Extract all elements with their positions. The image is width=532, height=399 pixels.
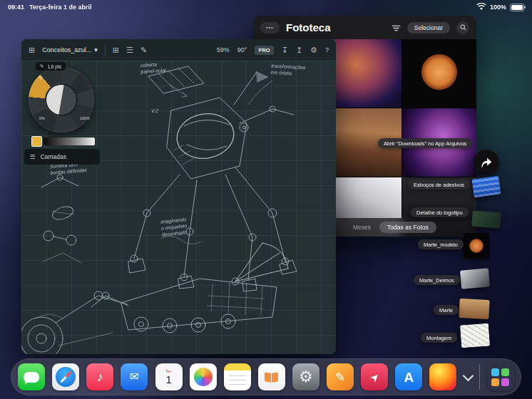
opacity-max: 100%	[80, 116, 90, 120]
rocket-icon: ➤	[367, 370, 382, 384]
drag-item-label: Marte	[434, 305, 459, 315]
settings-gear-icon: ⚙	[299, 369, 313, 385]
dock-drawing-app[interactable]: ✎	[327, 363, 354, 390]
dock-settings[interactable]: ⚙	[292, 363, 319, 390]
books-icon	[265, 372, 271, 382]
notes-icon	[229, 375, 246, 385]
handwritten-note: V.2	[151, 108, 158, 114]
chevron-down-icon[interactable]	[462, 370, 474, 381]
pencil-icon: ✎	[40, 63, 44, 69]
photo-thumbnail[interactable]	[328, 39, 402, 108]
dock-music[interactable]: ♪	[86, 363, 113, 390]
select-button[interactable]: Selecionar	[407, 22, 450, 33]
gallery-grid-icon[interactable]: ⊞	[29, 46, 35, 54]
date: Terça-feira 1 de abril	[29, 4, 91, 11]
battery-percent: 100%	[490, 4, 506, 11]
dock-firefox[interactable]	[429, 363, 456, 390]
photo-thumbnail[interactable]	[402, 39, 476, 108]
tab-months[interactable]: Meses	[353, 224, 371, 231]
menu-icon[interactable]: ☰	[126, 46, 133, 54]
search-icon	[460, 24, 466, 31]
app-library-icon	[491, 368, 509, 386]
pro-badge[interactable]: PRO	[255, 46, 273, 55]
dock-app-library[interactable]	[487, 363, 514, 390]
settings-gear-icon[interactable]: ⚙	[310, 46, 317, 54]
share-button[interactable]	[474, 150, 499, 175]
calendar-day: 1	[165, 374, 171, 385]
status-bar: 09:41 Terça-feira 1 de abril 100%	[0, 0, 532, 14]
import-icon[interactable]: ↧	[282, 46, 288, 54]
drag-item-label: Marte_modelo	[418, 239, 464, 249]
opacity-min: 0%	[39, 116, 45, 120]
caret-down-icon: ▾	[94, 46, 98, 53]
rotation-value[interactable]: 90°	[237, 46, 247, 53]
tool-wheel[interactable]: ✎ 0% 100%	[29, 67, 94, 133]
document-title-button[interactable]: Conceitos_azul... ▾	[42, 46, 98, 53]
drag-item-label: Detalhe do logotipo	[411, 207, 469, 217]
messages-bubble-icon	[24, 372, 39, 383]
help-button[interactable]: ?	[325, 46, 329, 53]
handwritten-note: imaginando o esqueleto desenhado	[160, 216, 188, 238]
snap-grid-icon[interactable]: ⊞	[113, 46, 119, 54]
drag-item-thumbnail-stickers[interactable]	[471, 175, 501, 197]
brush-size-hud[interactable]: ✎ 1,6 pts	[36, 62, 66, 71]
handwritten-note: transformações em órbita	[271, 63, 306, 78]
safari-compass-icon	[56, 367, 76, 387]
drag-item-thumbnail-mars-model[interactable]	[464, 233, 489, 259]
tab-all-photos[interactable]: Todas as Fotos	[379, 222, 436, 233]
dock-app-store[interactable]: A	[395, 363, 422, 390]
drawing-canvas[interactable]: coberta painel-solar transformações em ó…	[21, 61, 336, 354]
toolbar-divider	[105, 45, 106, 56]
share-arrow-icon	[480, 157, 493, 168]
dock-notes[interactable]	[224, 363, 251, 390]
dock: ♪ ✉ Ter. 1 ⚙ ✎ ➤ A	[11, 358, 521, 395]
battery-icon	[510, 4, 524, 11]
dock-messages[interactable]	[18, 363, 45, 390]
pen-tool-icon: ✎	[39, 76, 43, 81]
dock-calendar[interactable]: Ter. 1	[155, 363, 183, 390]
dock-photos[interactable]	[190, 363, 217, 390]
window-more-button[interactable]: •••	[260, 22, 280, 33]
drag-item-thumbnail-montage[interactable]	[460, 323, 490, 348]
dock-divider	[479, 364, 480, 390]
photos-titlebar: ••• Fototeca Selecionar	[253, 16, 476, 39]
screen: 09:41 Terça-feira 1 de abril 100% ••• Fo…	[0, 0, 532, 399]
wifi-icon	[476, 3, 486, 12]
drag-hint-label: Abrir “Downloads” no App Arquivos	[378, 138, 472, 148]
color-bar[interactable]	[31, 136, 95, 147]
grayscale-ramp[interactable]	[44, 138, 95, 145]
drag-item-thumbnail-mars[interactable]	[459, 299, 489, 319]
dock-books[interactable]	[258, 363, 285, 390]
photos-title: Fototeca	[286, 21, 331, 33]
dock-safari[interactable]	[52, 363, 79, 390]
photos-pinwheel-icon	[194, 368, 213, 386]
handwritten-note: coberta painel-solar	[140, 61, 166, 76]
music-note-icon: ♪	[97, 370, 103, 383]
drag-item-label: Esboços de adesivos	[408, 180, 470, 190]
brush-icon[interactable]: ✎	[140, 46, 147, 54]
tool-wheel-center[interactable]	[45, 83, 78, 116]
layers-panel-button[interactable]: ☰ Camadas	[24, 149, 100, 165]
mail-envelope-icon: ✉	[130, 371, 139, 383]
search-button[interactable]	[456, 21, 469, 34]
export-icon[interactable]: ↥	[296, 46, 302, 54]
pencil-icon: ✎	[335, 371, 345, 383]
dock-mail[interactable]: ✉	[121, 363, 148, 390]
dock-rocket-app[interactable]: ➤	[361, 363, 388, 390]
menu-icon: ☰	[30, 153, 36, 160]
clock: 09:41	[8, 4, 24, 11]
active-color-swatch[interactable]	[31, 136, 42, 147]
filter-icon[interactable]	[392, 21, 401, 34]
drag-item-thumbnail-logo[interactable]	[471, 211, 501, 229]
drag-item-thumbnail-deimos[interactable]	[460, 268, 490, 289]
drag-item-label: Marte_Deimos	[414, 275, 460, 285]
app-store-icon: A	[404, 370, 414, 384]
zoom-level[interactable]: 59%	[217, 46, 230, 53]
concepts-window: ⊞ Conceitos_azul... ▾ ⊞ ☰ ✎ 59% 90° PRO …	[21, 39, 336, 354]
drag-item-label: Montagem	[421, 333, 457, 343]
concepts-toolbar: ⊞ Conceitos_azul... ▾ ⊞ ☰ ✎ 59% 90° PRO …	[21, 39, 336, 61]
